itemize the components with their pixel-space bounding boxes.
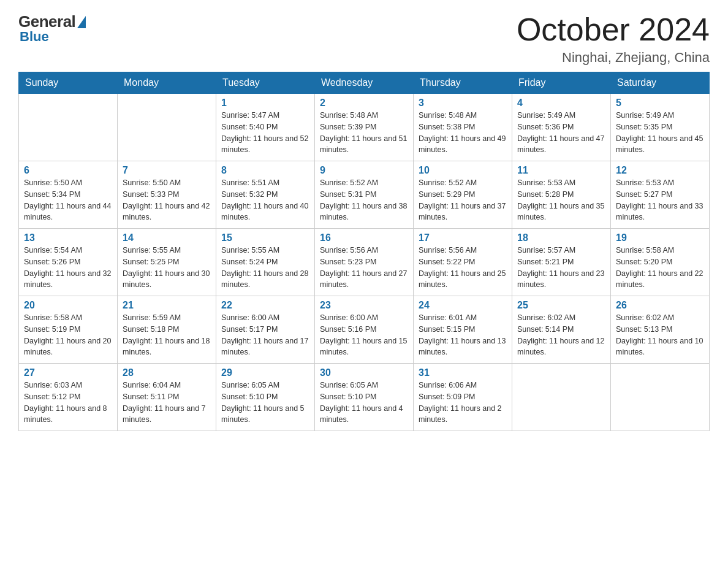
calendar-cell: 23Sunrise: 6:00 AMSunset: 5:16 PMDayligh… [315,296,414,364]
day-info: Sunrise: 6:02 AMSunset: 5:14 PMDaylight:… [517,312,605,358]
day-number: 23 [320,300,408,311]
calendar-cell: 15Sunrise: 5:55 AMSunset: 5:24 PMDayligh… [216,229,315,296]
day-info: Sunrise: 5:52 AMSunset: 5:29 PMDaylight:… [419,177,507,223]
day-number: 1 [221,98,309,109]
calendar-header-row: SundayMondayTuesdayWednesdayThursdayFrid… [19,72,710,94]
calendar-cell: 14Sunrise: 5:55 AMSunset: 5:25 PMDayligh… [118,229,216,296]
day-info: Sunrise: 6:02 AMSunset: 5:13 PMDaylight:… [616,312,704,358]
location: Ninghai, Zhejiang, China [517,50,710,66]
day-info: Sunrise: 5:58 AMSunset: 5:19 PMDaylight:… [24,312,112,358]
calendar-cell [19,94,118,161]
title-section: October 2024 Ninghai, Zhejiang, China [517,12,710,66]
day-info: Sunrise: 5:51 AMSunset: 5:32 PMDaylight:… [221,177,309,223]
calendar-cell: 7Sunrise: 5:50 AMSunset: 5:33 PMDaylight… [118,161,216,229]
calendar-cell: 30Sunrise: 6:05 AMSunset: 5:10 PMDayligh… [315,364,414,431]
week-row-4: 20Sunrise: 5:58 AMSunset: 5:19 PMDayligh… [19,296,710,364]
day-info: Sunrise: 5:53 AMSunset: 5:27 PMDaylight:… [616,177,704,223]
calendar-cell: 25Sunrise: 6:02 AMSunset: 5:14 PMDayligh… [512,296,611,364]
logo-triangle-icon [77,16,86,28]
day-info: Sunrise: 5:59 AMSunset: 5:18 PMDaylight:… [123,312,211,358]
day-number: 22 [221,300,309,311]
calendar-cell [118,94,216,161]
calendar-cell: 29Sunrise: 6:05 AMSunset: 5:10 PMDayligh… [216,364,315,431]
day-info: Sunrise: 5:56 AMSunset: 5:23 PMDaylight:… [320,245,408,291]
day-info: Sunrise: 5:57 AMSunset: 5:21 PMDaylight:… [517,245,605,291]
day-header-sunday: Sunday [19,72,118,94]
calendar-cell: 31Sunrise: 6:06 AMSunset: 5:09 PMDayligh… [414,364,512,431]
day-number: 7 [123,165,211,176]
day-info: Sunrise: 5:47 AMSunset: 5:40 PMDaylight:… [221,110,309,156]
day-number: 27 [24,367,112,378]
day-info: Sunrise: 5:55 AMSunset: 5:24 PMDaylight:… [221,245,309,291]
calendar-cell: 22Sunrise: 6:00 AMSunset: 5:17 PMDayligh… [216,296,315,364]
calendar-cell: 13Sunrise: 5:54 AMSunset: 5:26 PMDayligh… [19,229,118,296]
month-title: October 2024 [517,12,710,47]
day-info: Sunrise: 5:50 AMSunset: 5:33 PMDaylight:… [123,177,211,223]
day-info: Sunrise: 6:01 AMSunset: 5:15 PMDaylight:… [419,312,507,358]
calendar-cell: 10Sunrise: 5:52 AMSunset: 5:29 PMDayligh… [414,161,512,229]
day-info: Sunrise: 5:55 AMSunset: 5:25 PMDaylight:… [123,245,211,291]
day-info: Sunrise: 5:48 AMSunset: 5:38 PMDaylight:… [419,110,507,156]
day-number: 15 [221,232,309,243]
calendar-cell: 24Sunrise: 6:01 AMSunset: 5:15 PMDayligh… [414,296,512,364]
day-number: 30 [320,367,408,378]
day-number: 26 [616,300,704,311]
day-number: 21 [123,300,211,311]
day-number: 31 [419,367,507,378]
day-header-tuesday: Tuesday [216,72,315,94]
day-header-monday: Monday [118,72,216,94]
calendar-cell: 17Sunrise: 5:56 AMSunset: 5:22 PMDayligh… [414,229,512,296]
calendar-cell: 2Sunrise: 5:48 AMSunset: 5:39 PMDaylight… [315,94,414,161]
calendar-cell: 4Sunrise: 5:49 AMSunset: 5:36 PMDaylight… [512,94,611,161]
calendar-cell [611,364,710,431]
day-number: 3 [419,98,507,109]
day-number: 9 [320,165,408,176]
day-info: Sunrise: 5:49 AMSunset: 5:36 PMDaylight:… [517,110,605,156]
day-info: Sunrise: 5:49 AMSunset: 5:35 PMDaylight:… [616,110,704,156]
calendar-cell: 11Sunrise: 5:53 AMSunset: 5:28 PMDayligh… [512,161,611,229]
day-info: Sunrise: 6:03 AMSunset: 5:12 PMDaylight:… [24,380,112,426]
day-header-saturday: Saturday [611,72,710,94]
day-number: 24 [419,300,507,311]
calendar-cell: 6Sunrise: 5:50 AMSunset: 5:34 PMDaylight… [19,161,118,229]
day-header-thursday: Thursday [414,72,512,94]
day-number: 14 [123,232,211,243]
calendar-cell: 26Sunrise: 6:02 AMSunset: 5:13 PMDayligh… [611,296,710,364]
calendar-cell: 9Sunrise: 5:52 AMSunset: 5:31 PMDaylight… [315,161,414,229]
day-number: 2 [320,98,408,109]
calendar-cell: 27Sunrise: 6:03 AMSunset: 5:12 PMDayligh… [19,364,118,431]
day-number: 4 [517,98,605,109]
day-info: Sunrise: 5:48 AMSunset: 5:39 PMDaylight:… [320,110,408,156]
week-row-1: 1Sunrise: 5:47 AMSunset: 5:40 PMDaylight… [19,94,710,161]
day-number: 10 [419,165,507,176]
day-number: 19 [616,232,704,243]
day-info: Sunrise: 5:56 AMSunset: 5:22 PMDaylight:… [419,245,507,291]
day-number: 17 [419,232,507,243]
logo-blue-text: Blue [20,29,49,45]
calendar-cell: 28Sunrise: 6:04 AMSunset: 5:11 PMDayligh… [118,364,216,431]
day-number: 5 [616,98,704,109]
calendar-cell: 5Sunrise: 5:49 AMSunset: 5:35 PMDaylight… [611,94,710,161]
day-info: Sunrise: 6:00 AMSunset: 5:16 PMDaylight:… [320,312,408,358]
week-row-5: 27Sunrise: 6:03 AMSunset: 5:12 PMDayligh… [19,364,710,431]
week-row-2: 6Sunrise: 5:50 AMSunset: 5:34 PMDaylight… [19,161,710,229]
week-row-3: 13Sunrise: 5:54 AMSunset: 5:26 PMDayligh… [19,229,710,296]
day-number: 11 [517,165,605,176]
calendar-cell: 18Sunrise: 5:57 AMSunset: 5:21 PMDayligh… [512,229,611,296]
day-number: 16 [320,232,408,243]
day-number: 29 [221,367,309,378]
calendar-cell: 8Sunrise: 5:51 AMSunset: 5:32 PMDaylight… [216,161,315,229]
day-info: Sunrise: 5:53 AMSunset: 5:28 PMDaylight:… [517,177,605,223]
day-info: Sunrise: 5:52 AMSunset: 5:31 PMDaylight:… [320,177,408,223]
calendar-cell: 12Sunrise: 5:53 AMSunset: 5:27 PMDayligh… [611,161,710,229]
calendar-table: SundayMondayTuesdayWednesdayThursdayFrid… [18,72,710,431]
day-info: Sunrise: 5:50 AMSunset: 5:34 PMDaylight:… [24,177,112,223]
calendar-cell: 20Sunrise: 5:58 AMSunset: 5:19 PMDayligh… [19,296,118,364]
day-number: 13 [24,232,112,243]
day-number: 12 [616,165,704,176]
day-info: Sunrise: 5:58 AMSunset: 5:20 PMDaylight:… [616,245,704,291]
day-header-friday: Friday [512,72,611,94]
day-info: Sunrise: 6:05 AMSunset: 5:10 PMDaylight:… [320,380,408,426]
calendar-cell: 3Sunrise: 5:48 AMSunset: 5:38 PMDaylight… [414,94,512,161]
calendar-cell: 1Sunrise: 5:47 AMSunset: 5:40 PMDaylight… [216,94,315,161]
